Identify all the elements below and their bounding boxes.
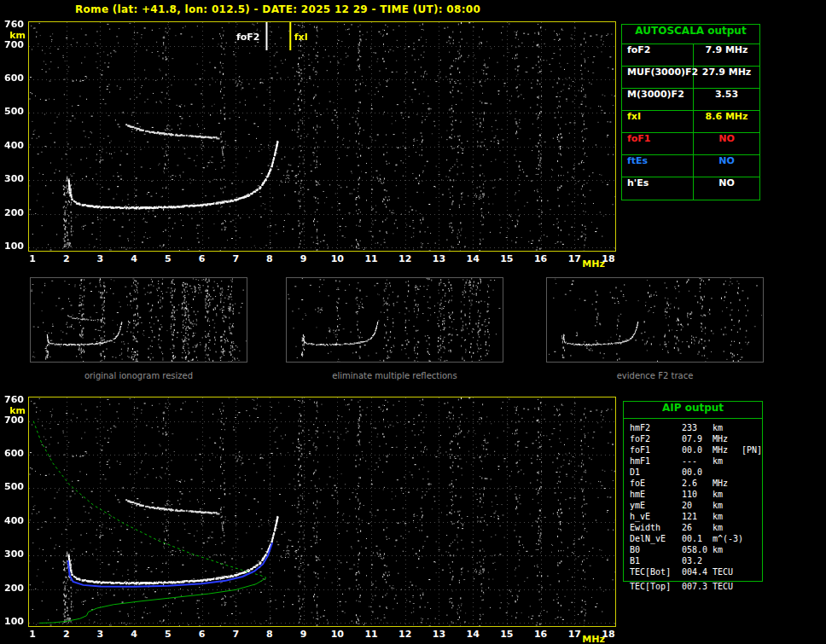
aip-note	[742, 512, 762, 523]
aip-value: 26	[682, 523, 713, 534]
x-tick-label: 16	[532, 253, 550, 264]
aip-value: 00.1	[682, 534, 713, 545]
aip-note: [PN]	[742, 445, 762, 456]
y-tick-label: 100	[2, 241, 24, 252]
aip-row: Ewidth26km	[624, 523, 762, 534]
x-tick-label: 14	[464, 629, 481, 640]
x-tick-label: 13	[430, 629, 447, 640]
y-tick-label: 200	[2, 583, 24, 594]
thumbnail-canvas-original	[31, 278, 247, 362]
autoscala-row-value: NO	[694, 155, 759, 177]
thumbnail-f2-trace-evidence	[546, 277, 764, 363]
x-tick-label: 4	[125, 629, 143, 640]
autoscala-table-title: AUTOSCALA output	[622, 25, 759, 44]
aip-output-table: AIP output hmF2233kmfoF207.9MHzfoF100.0M…	[623, 401, 763, 582]
aip-value: 233	[682, 423, 713, 434]
x-tick-label: 10	[329, 253, 346, 264]
x-axis-unit: MHz	[582, 258, 605, 270]
aip-table-title: AIP output	[624, 402, 762, 419]
foF2-marker-label: foF2	[236, 32, 260, 43]
aip-label: foF2	[624, 434, 682, 445]
autoscala-row: foF1NO	[622, 133, 759, 155]
aip-unit	[713, 556, 742, 567]
y-tick-label: 100	[2, 616, 24, 627]
autoscala-row: ftEsNO	[622, 155, 759, 177]
aip-note	[742, 556, 762, 567]
autoscala-app: Rome (lat: +41.8, lon: 012.5) - DATE: 20…	[0, 0, 826, 644]
aip-label: B1	[624, 556, 682, 567]
x-tick-label: 9	[295, 629, 312, 640]
x-tick-label: 15	[498, 253, 515, 264]
aip-note	[742, 567, 762, 578]
y-tick-label: 600	[2, 448, 24, 459]
autoscala-row-label: MUF(3000)F2	[622, 67, 694, 88]
y-tick-label: 400	[2, 515, 24, 526]
y-tick-label: 600	[2, 73, 24, 84]
aip-note	[742, 423, 762, 434]
aip-unit: MHz	[713, 479, 742, 490]
x-tick-label: 6	[194, 629, 211, 640]
aip-note	[742, 434, 762, 445]
autoscala-row: MUF(3000)F227.9 MHz	[622, 67, 759, 89]
x-tick-label: 3	[91, 253, 108, 264]
aip-row: D100.0	[624, 467, 762, 479]
aip-value: 121	[682, 512, 713, 523]
aip-unit: TECU	[713, 582, 742, 593]
aip-row: foE2.6MHz	[624, 479, 762, 490]
aip-unit: MHz	[713, 445, 742, 456]
y-axis-unit: km	[3, 405, 26, 416]
aip-unit: km	[713, 501, 742, 512]
y-axis-unit: km	[3, 30, 26, 41]
aip-row: ymE20km	[624, 501, 762, 512]
aip-note	[742, 467, 762, 479]
autoscala-row: foF27.9 MHz	[622, 44, 759, 67]
aip-value: 058.0	[682, 545, 713, 556]
x-tick-label: 5	[160, 629, 177, 640]
aip-row: foF207.9MHz	[624, 434, 762, 445]
autoscala-row: h'EsNO	[622, 177, 759, 200]
x-tick-label: 16	[532, 629, 550, 640]
ionogram-canvas-profile	[29, 397, 615, 626]
aip-unit: km	[713, 545, 742, 556]
ionogram-canvas-main	[29, 22, 615, 251]
autoscala-row-value: 27.9 MHz	[694, 67, 759, 88]
autoscala-row-label: M(3000)F2	[622, 89, 694, 110]
y-tick-label: 500	[2, 481, 24, 492]
ionogram-plot-main	[28, 21, 616, 252]
x-tick-label: 11	[363, 629, 380, 640]
autoscala-row-value: NO	[694, 177, 759, 200]
aip-note	[742, 534, 762, 545]
x-tick-label: 10	[329, 629, 346, 640]
thumbnail-canvas-reflections	[287, 278, 503, 362]
y-tick-label: 200	[2, 207, 24, 218]
aip-unit: km	[713, 456, 742, 467]
autoscala-table-rows: foF27.9 MHzMUF(3000)F227.9 MHzM(3000)F23…	[622, 44, 759, 200]
aip-label: hmE	[624, 490, 682, 501]
thumbnail-original-ionogram	[30, 277, 247, 363]
aip-note	[742, 456, 762, 467]
x-tick-label: 8	[261, 253, 278, 264]
aip-row: h_vE121km	[624, 512, 762, 523]
aip-row: TEC[Top]007.3TECU	[624, 582, 762, 593]
x-tick-label: 2	[58, 629, 75, 640]
autoscala-row-value: 3.53	[694, 89, 759, 110]
thumbnail-canvas-f2trace	[547, 278, 763, 362]
aip-value: ---	[682, 456, 713, 467]
y-tick-label: 300	[2, 173, 24, 184]
x-tick-label: 4	[125, 253, 143, 264]
x-tick-label: 17	[566, 629, 583, 640]
aip-unit: TECU	[713, 567, 742, 578]
aip-value: 007.3	[682, 582, 713, 593]
aip-note	[742, 523, 762, 534]
aip-label: hmF1	[624, 456, 682, 467]
x-tick-label: 15	[498, 629, 515, 640]
aip-label: hmF2	[624, 423, 682, 434]
aip-unit: km	[713, 423, 742, 434]
y-tick-label: 400	[2, 140, 24, 151]
x-axis-unit: MHz	[582, 634, 605, 644]
aip-value: 20	[682, 501, 713, 512]
aip-label: D1	[624, 467, 682, 479]
thumbnail-caption-original: original ionogram resized	[30, 371, 247, 380]
x-tick-label: 5	[160, 253, 177, 264]
thumbnail-caption-f2trace: evidence F2 trace	[546, 371, 764, 380]
